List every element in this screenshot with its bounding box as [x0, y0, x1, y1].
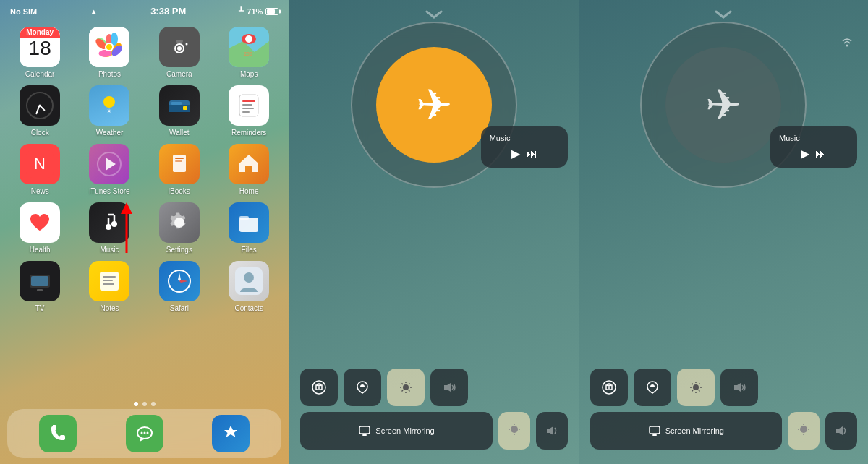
svg-rect-24	[171, 102, 182, 105]
music-controls-1: ▶ ⏭	[490, 147, 559, 160]
svg-point-61	[140, 432, 142, 434]
volume-slider-1[interactable]	[536, 412, 568, 450]
svg-text:N: N	[34, 155, 46, 173]
svg-rect-28	[242, 104, 252, 106]
svg-point-55	[244, 272, 254, 283]
battery-icon	[265, 8, 278, 15]
app-health-label: Health	[30, 246, 51, 254]
do-not-disturb-2[interactable]	[634, 369, 671, 406]
svg-point-89	[693, 384, 699, 390]
app-reminders[interactable]: Reminders	[218, 85, 280, 137]
app-contacts-label: Contacts	[234, 304, 263, 312]
brightness-slider-2[interactable]	[788, 412, 820, 450]
app-wallet-label: Wallet	[169, 129, 189, 137]
app-notes[interactable]: Notes	[78, 261, 140, 312]
cc-row-2a	[590, 369, 857, 406]
home-screen: No SIM ▲ 3:38 PM ┸ 71% Monday 18 Calenda…	[0, 0, 289, 464]
app-tv[interactable]: TV	[9, 261, 71, 312]
do-not-disturb-1[interactable]	[344, 369, 381, 406]
music-widget-2: Music ▶ ⏭	[770, 126, 857, 168]
brightness-slider-1[interactable]	[498, 412, 530, 450]
svg-marker-53	[179, 280, 188, 283]
rotation-lock-2[interactable]	[590, 369, 628, 406]
app-settings[interactable]: Settings	[148, 202, 210, 254]
app-camera[interactable]: Camera	[148, 27, 210, 78]
app-health[interactable]: Health	[9, 202, 71, 254]
play-button-1[interactable]: ▶	[511, 147, 520, 160]
svg-rect-48	[103, 276, 116, 278]
brightness-2[interactable]	[677, 369, 715, 406]
app-news-label: News	[31, 187, 49, 195]
app-safari-label: Safari	[170, 304, 189, 312]
svg-line-96	[699, 384, 700, 385]
app-weather[interactable]: ☀ Weather	[78, 85, 140, 137]
app-safari[interactable]: Safari	[148, 261, 210, 312]
app-maps[interactable]: 250 Maps	[218, 27, 280, 78]
app-camera-label: Camera	[166, 70, 192, 78]
music-controls-2: ▶ ⏭	[779, 147, 848, 160]
cc-row-2b: Screen Mirroring	[590, 412, 857, 450]
app-files[interactable]: Files	[218, 202, 280, 254]
dock-messages[interactable]	[126, 415, 163, 452]
app-ibooks[interactable]: iBooks	[148, 144, 210, 195]
svg-line-75	[402, 390, 404, 392]
app-news[interactable]: N News	[9, 144, 71, 195]
svg-point-9	[106, 44, 112, 50]
screen-mirroring-label-2: Screen Mirroring	[665, 426, 724, 435]
volume-2[interactable]	[720, 369, 758, 406]
app-calendar[interactable]: Monday 18 Calendar	[9, 27, 71, 78]
svg-point-14	[185, 43, 187, 46]
volume-slider-2[interactable]	[825, 412, 857, 450]
svg-rect-46	[37, 289, 43, 291]
svg-marker-84	[547, 426, 553, 435]
app-weather-label: Weather	[96, 129, 124, 137]
music-title-2: Music	[779, 134, 848, 142]
airplane-mode-button-1[interactable]: ✈	[376, 47, 492, 163]
dock	[7, 409, 281, 458]
svg-point-66	[318, 387, 320, 389]
svg-point-85	[846, 45, 848, 47]
calendar-day: Monday	[20, 27, 60, 38]
svg-line-97	[692, 390, 693, 392]
svg-rect-30	[242, 111, 250, 113]
app-contacts[interactable]: Contacts	[218, 261, 280, 312]
svg-point-79	[511, 426, 518, 433]
svg-rect-50	[103, 283, 114, 285]
dock-phone[interactable]	[39, 415, 77, 452]
screen-mirroring-2[interactable]: Screen Mirroring	[590, 412, 782, 450]
svg-point-12	[177, 46, 182, 51]
app-music-label: Music	[100, 246, 119, 254]
airplane-mode-button-2[interactable]: ✈	[665, 47, 781, 163]
svg-point-101	[800, 426, 807, 433]
svg-rect-36	[175, 158, 184, 159]
brightness-1[interactable]	[387, 369, 425, 406]
app-home-label: Home	[239, 187, 259, 195]
svg-point-41	[111, 221, 117, 227]
next-button-2[interactable]: ⏭	[815, 147, 827, 160]
calendar-date: 18	[20, 38, 60, 60]
app-clock[interactable]: Clock	[9, 85, 71, 137]
svg-point-88	[608, 387, 610, 389]
svg-point-18	[245, 35, 252, 43]
app-grid: Monday 18 Calendar	[0, 20, 289, 319]
svg-rect-43	[239, 216, 249, 220]
status-bar: No SIM ▲ 3:38 PM ┸ 71%	[0, 0, 289, 20]
app-photos[interactable]: Photos	[78, 27, 140, 78]
app-itunes[interactable]: iTunes Store	[78, 144, 140, 195]
up-arrow	[118, 202, 135, 265]
page-dots	[0, 402, 289, 406]
rotation-lock-1[interactable]	[300, 369, 338, 406]
screen-mirroring-label-1: Screen Mirroring	[375, 426, 434, 435]
svg-line-74	[409, 384, 410, 385]
app-settings-label: Settings	[166, 246, 192, 254]
volume-1[interactable]	[430, 369, 468, 406]
app-photos-label: Photos	[98, 70, 121, 78]
dock-appstore[interactable]	[212, 415, 250, 452]
play-button-2[interactable]: ▶	[801, 147, 809, 160]
app-home[interactable]: Home	[218, 144, 280, 195]
svg-rect-13	[176, 40, 183, 43]
next-button-1[interactable]: ⏭	[526, 147, 537, 160]
screen-mirroring-1[interactable]: Screen Mirroring	[300, 412, 492, 450]
app-wallet[interactable]: Wallet	[148, 85, 210, 137]
svg-point-67	[403, 384, 409, 390]
